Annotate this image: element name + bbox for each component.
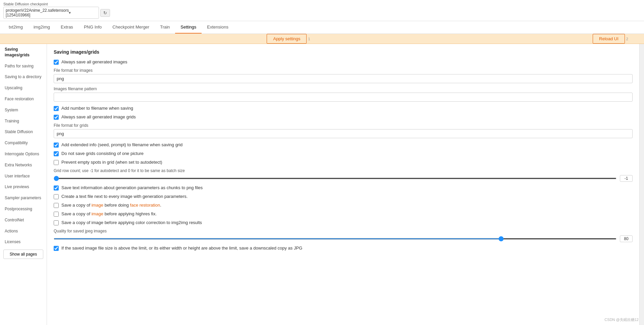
tab-txt2img[interactable]: txt2img (3, 21, 28, 34)
reload-badge: 2 (626, 37, 628, 41)
create-text-checkbox[interactable] (54, 194, 59, 199)
always-save-checkbox[interactable] (54, 60, 59, 65)
tab-extensions[interactable]: Extensions (202, 21, 234, 34)
create-text-label: Create a text file next to every image w… (61, 194, 187, 199)
no-save-grids-row: Do not save grids consisting of one pict… (54, 151, 633, 156)
sidebar-item-stable-diffusion[interactable]: Stable Diffusion (0, 126, 47, 138)
always-save-row: Always save all generated images (54, 59, 633, 65)
no-save-grids-label: Do not save grids consisting of one pict… (61, 151, 144, 156)
no-save-grids-checkbox[interactable] (54, 151, 59, 156)
save-text-row: Save text information about generation p… (54, 185, 633, 191)
tab-png-info[interactable]: PNG Info (78, 21, 107, 34)
file-format-grids-input[interactable] (54, 129, 633, 138)
prevent-empty-checkbox[interactable] (54, 160, 59, 165)
sidebar-item-system[interactable]: System (0, 105, 47, 116)
sidebar: Saving images/grids Paths for saving Sav… (0, 44, 47, 325)
sidebar-item-paths[interactable]: Paths for saving (0, 61, 47, 72)
save-text-label: Save text information about generation p… (61, 185, 203, 190)
add-number-label: Add number to filename when saving (61, 106, 133, 111)
prevent-empty-row: Prevent empty spots in grid (when set to… (54, 160, 633, 165)
refresh-checkpoint-button[interactable]: ↻ (100, 9, 110, 17)
sidebar-item-upscaling[interactable]: Upscaling (0, 83, 47, 94)
sidebar-item-saving-images[interactable]: Saving images/grids (0, 44, 47, 61)
action-bar-left: Apply settings 1 (0, 34, 577, 44)
sidebar-item-compatibility[interactable]: Compatibility (0, 138, 47, 149)
tab-train[interactable]: Train (155, 21, 175, 34)
sidebar-item-training[interactable]: Training (0, 116, 47, 127)
save-highres-label: Save a copy of image before applying hig… (61, 211, 157, 216)
grid-row-slider-row: -1 (54, 175, 633, 182)
save-face-checkbox[interactable] (54, 203, 59, 208)
chevron-down-icon: ▾ (69, 10, 97, 15)
grid-row-slider[interactable] (54, 178, 616, 179)
file-format-grids-label: File format for grids (54, 123, 633, 128)
filename-pattern-input[interactable] (54, 93, 633, 102)
sidebar-item-user-interface[interactable]: User interface (0, 171, 47, 182)
main-content: Saving images/grids Paths for saving Sav… (0, 44, 644, 325)
sidebar-item-controlnet[interactable]: ControlNet (0, 215, 47, 226)
settings-panel: Saving images/grids Always save all gene… (47, 44, 639, 325)
checkpoint-select: protogenV22Anime_22.safetensors [1254103… (3, 7, 110, 19)
apply-badge: 1 (308, 37, 310, 41)
prevent-empty-label: Prevent empty spots in grid (when set to… (61, 160, 162, 165)
jpeg-quality-slider-row: 80 (54, 235, 633, 242)
save-text-checkbox[interactable] (54, 185, 59, 191)
sidebar-item-postprocessing[interactable]: Postprocessing (0, 204, 47, 215)
filename-pattern-label: Images filename pattern (54, 87, 633, 91)
file-format-input[interactable] (54, 74, 633, 83)
downscale-row: If the saved image file size is above th… (54, 246, 633, 251)
jpeg-quality-desc: Quality for saved jpeg images (54, 229, 633, 233)
add-number-checkbox[interactable] (54, 106, 59, 111)
save-highres-row: Save a copy of image before applying hig… (54, 211, 633, 217)
save-color-checkbox[interactable] (54, 220, 59, 225)
always-save-label: Always save all generated images (61, 59, 127, 64)
section-title: Saving images/grids (54, 49, 633, 55)
jpeg-quality-slider[interactable] (54, 238, 616, 239)
sidebar-item-face-restoration[interactable]: Face restoration (0, 94, 47, 105)
always-save-grids-checkbox[interactable] (54, 115, 59, 120)
sidebar-item-extra-networks[interactable]: Extra Networks (0, 160, 47, 171)
save-face-label: Save a copy of image before doing face r… (61, 203, 161, 208)
nav-tabs: txt2img img2img Extras PNG Info Checkpoi… (0, 21, 644, 34)
action-bar: Apply settings 1 Reload UI 2 (0, 34, 644, 44)
add-extended-row: Add extended info (seed, prompt) to file… (54, 142, 633, 148)
checkpoint-dropdown[interactable]: protogenV22Anime_22.safetensors [1254103… (3, 7, 99, 19)
sidebar-item-interrogate-options[interactable]: Interrogate Options (0, 149, 47, 160)
show-all-pages-button[interactable]: Show all pages (3, 250, 43, 259)
create-text-row: Create a text file next to every image w… (54, 194, 633, 199)
bottom-credit: CSDN @失眠欣糖12 (604, 317, 639, 322)
save-highres-checkbox[interactable] (54, 212, 59, 217)
grid-row-desc: Grid row count; use -1 for autodetect an… (54, 168, 633, 173)
save-color-label: Save a copy of image before applying col… (61, 220, 202, 225)
right-scrollbar[interactable] (639, 44, 644, 325)
tab-extras[interactable]: Extras (55, 21, 78, 34)
add-number-row: Add number to filename when saving (54, 106, 633, 111)
sidebar-item-saving-directory[interactable]: Saving to a directory (0, 71, 47, 83)
sidebar-item-sampler-parameters[interactable]: Sampler parameters (0, 193, 47, 204)
always-save-grids-row: Always save all generated image grids (54, 114, 633, 120)
grid-row-value: -1 (620, 175, 633, 182)
add-extended-checkbox[interactable] (54, 143, 59, 148)
always-save-grids-label: Always save all generated image grids (61, 114, 136, 119)
jpeg-quality-value: 80 (620, 235, 633, 242)
checkpoint-label: Stable Diffusion checkpoint (3, 2, 110, 6)
add-extended-label: Add extended info (seed, prompt) to file… (61, 142, 182, 147)
reload-ui-button[interactable]: Reload UI (593, 34, 625, 44)
sidebar-item-licenses[interactable]: Licenses (0, 236, 47, 248)
save-color-row: Save a copy of image before applying col… (54, 220, 633, 225)
tab-checkpoint-merger[interactable]: Checkpoint Merger (107, 21, 155, 34)
sidebar-item-live-previews[interactable]: Live previews (0, 181, 47, 193)
tab-settings[interactable]: Settings (175, 21, 202, 34)
downscale-label: If the saved image file size is above th… (61, 246, 302, 251)
action-bar-right: Reload UI 2 (577, 34, 644, 44)
checkpoint-value: protogenV22Anime_22.safetensors [1254103… (6, 8, 69, 17)
sidebar-item-actions[interactable]: Actions (0, 226, 47, 237)
checkpoint-bar: Stable Diffusion checkpoint protogenV22A… (0, 0, 644, 21)
file-format-label: File format for images (54, 68, 633, 73)
tab-img2img[interactable]: img2img (28, 21, 55, 34)
save-face-row: Save a copy of image before doing face r… (54, 203, 633, 208)
downscale-checkbox[interactable] (54, 246, 59, 251)
apply-settings-button[interactable]: Apply settings (267, 34, 307, 44)
